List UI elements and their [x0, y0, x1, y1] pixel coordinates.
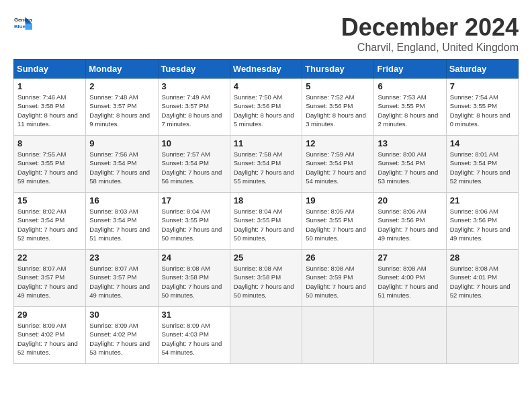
day-info: Sunrise: 8:07 AMSunset: 3:57 PMDaylight:… — [89, 264, 154, 300]
day-info: Sunrise: 8:03 AMSunset: 3:54 PMDaylight:… — [89, 207, 154, 242]
svg-text:Blue: Blue — [14, 24, 26, 30]
calendar-day-cell: 13Sunrise: 8:00 AMSunset: 3:54 PMDayligh… — [374, 136, 446, 193]
day-number: 2 — [89, 81, 154, 91]
calendar-day-cell: 24Sunrise: 8:08 AMSunset: 3:58 PMDayligh… — [158, 250, 230, 307]
weekday-header-saturday: Saturday — [446, 60, 518, 79]
day-info: Sunrise: 8:02 AMSunset: 3:54 PMDaylight:… — [17, 207, 82, 242]
calendar-week-row: 29Sunrise: 8:09 AMSunset: 4:02 PMDayligh… — [14, 307, 519, 364]
weekday-header-monday: Monday — [86, 60, 158, 79]
calendar-day-cell: 18Sunrise: 8:04 AMSunset: 3:55 PMDayligh… — [230, 193, 302, 250]
calendar-day-cell: 27Sunrise: 8:08 AMSunset: 4:00 PMDayligh… — [374, 250, 446, 307]
day-number: 23 — [89, 253, 154, 263]
day-info: Sunrise: 7:49 AMSunset: 3:57 PMDaylight:… — [162, 93, 226, 128]
day-info: Sunrise: 8:08 AMSunset: 4:01 PMDaylight:… — [450, 264, 515, 300]
day-number: 4 — [234, 81, 298, 91]
day-info: Sunrise: 8:06 AMSunset: 3:56 PMDaylight:… — [450, 207, 515, 242]
day-number: 22 — [17, 253, 82, 263]
day-number: 21 — [450, 195, 515, 205]
day-number: 30 — [89, 310, 154, 320]
calendar-day-cell: 20Sunrise: 8:06 AMSunset: 3:56 PMDayligh… — [374, 193, 446, 250]
day-number: 10 — [162, 138, 226, 148]
day-number: 7 — [450, 81, 515, 91]
day-number: 26 — [306, 253, 370, 263]
day-number: 18 — [234, 195, 298, 205]
calendar-day-cell: 6Sunrise: 7:53 AMSunset: 3:55 PMDaylight… — [374, 79, 446, 136]
weekday-header-wednesday: Wednesday — [230, 60, 302, 79]
calendar-day-cell: 21Sunrise: 8:06 AMSunset: 3:56 PMDayligh… — [446, 193, 518, 250]
calendar-day-cell — [374, 307, 446, 364]
calendar-day-cell: 17Sunrise: 8:04 AMSunset: 3:55 PMDayligh… — [158, 193, 230, 250]
calendar-day-cell: 14Sunrise: 8:01 AMSunset: 3:54 PMDayligh… — [446, 136, 518, 193]
calendar-week-row: 8Sunrise: 7:55 AMSunset: 3:55 PMDaylight… — [14, 136, 519, 193]
day-number: 13 — [378, 138, 442, 148]
day-info: Sunrise: 8:06 AMSunset: 3:56 PMDaylight:… — [378, 207, 442, 242]
calendar-day-cell: 8Sunrise: 7:55 AMSunset: 3:55 PMDaylight… — [14, 136, 86, 193]
day-number: 14 — [450, 138, 515, 148]
calendar-day-cell: 30Sunrise: 8:09 AMSunset: 4:02 PMDayligh… — [86, 307, 158, 364]
day-info: Sunrise: 8:05 AMSunset: 3:55 PMDaylight:… — [306, 207, 370, 242]
day-number: 5 — [306, 81, 370, 91]
day-info: Sunrise: 7:59 AMSunset: 3:54 PMDaylight:… — [306, 150, 370, 185]
calendar-table: SundayMondayTuesdayWednesdayThursdayFrid… — [13, 59, 519, 364]
day-number: 27 — [378, 253, 442, 263]
day-info: Sunrise: 7:52 AMSunset: 3:56 PMDaylight:… — [306, 93, 370, 128]
day-number: 16 — [89, 195, 154, 205]
calendar-day-cell: 10Sunrise: 7:57 AMSunset: 3:54 PMDayligh… — [158, 136, 230, 193]
day-number: 31 — [162, 310, 226, 320]
day-number: 11 — [234, 138, 298, 148]
day-info: Sunrise: 7:58 AMSunset: 3:54 PMDaylight:… — [234, 150, 298, 185]
day-number: 17 — [162, 195, 226, 205]
day-info: Sunrise: 7:54 AMSunset: 3:55 PMDaylight:… — [450, 93, 515, 128]
day-info: Sunrise: 8:08 AMSunset: 3:59 PMDaylight:… — [306, 264, 370, 300]
day-number: 29 — [17, 310, 82, 320]
calendar-day-cell: 16Sunrise: 8:03 AMSunset: 3:54 PMDayligh… — [86, 193, 158, 250]
calendar-day-cell: 1Sunrise: 7:46 AMSunset: 3:58 PMDaylight… — [14, 79, 86, 136]
calendar-day-cell — [302, 307, 374, 364]
calendar-day-cell: 23Sunrise: 8:07 AMSunset: 3:57 PMDayligh… — [86, 250, 158, 307]
calendar-day-cell: 11Sunrise: 7:58 AMSunset: 3:54 PMDayligh… — [230, 136, 302, 193]
logo: General Blue — [13, 13, 35, 32]
day-info: Sunrise: 8:09 AMSunset: 4:02 PMDaylight:… — [89, 321, 154, 357]
calendar-week-row: 1Sunrise: 7:46 AMSunset: 3:58 PMDaylight… — [14, 79, 519, 136]
day-info: Sunrise: 7:57 AMSunset: 3:54 PMDaylight:… — [162, 150, 226, 185]
calendar-day-cell: 3Sunrise: 7:49 AMSunset: 3:57 PMDaylight… — [158, 79, 230, 136]
logo-icon: General Blue — [13, 13, 32, 32]
calendar-day-cell: 31Sunrise: 8:09 AMSunset: 4:03 PMDayligh… — [158, 307, 230, 364]
calendar-week-row: 22Sunrise: 8:07 AMSunset: 3:57 PMDayligh… — [14, 250, 519, 307]
day-info: Sunrise: 7:53 AMSunset: 3:55 PMDaylight:… — [378, 93, 442, 128]
weekday-header-friday: Friday — [374, 60, 446, 79]
day-number: 15 — [17, 195, 82, 205]
weekday-header-row: SundayMondayTuesdayWednesdayThursdayFrid… — [14, 60, 519, 79]
title-block: December 2024 Charvil, England, United K… — [341, 13, 519, 54]
day-info: Sunrise: 8:08 AMSunset: 3:58 PMDaylight:… — [234, 264, 298, 300]
weekday-header-sunday: Sunday — [14, 60, 86, 79]
calendar-week-row: 15Sunrise: 8:02 AMSunset: 3:54 PMDayligh… — [14, 193, 519, 250]
day-number: 28 — [450, 253, 515, 263]
day-number: 20 — [378, 195, 442, 205]
day-info: Sunrise: 8:04 AMSunset: 3:55 PMDaylight:… — [162, 207, 226, 242]
location-title: Charvil, England, United Kingdom — [341, 42, 519, 54]
day-info: Sunrise: 7:50 AMSunset: 3:56 PMDaylight:… — [234, 93, 298, 128]
day-info: Sunrise: 8:08 AMSunset: 4:00 PMDaylight:… — [378, 264, 442, 300]
day-info: Sunrise: 8:08 AMSunset: 3:58 PMDaylight:… — [162, 264, 226, 300]
day-info: Sunrise: 8:00 AMSunset: 3:54 PMDaylight:… — [378, 150, 442, 185]
svg-marker-2 — [26, 24, 33, 30]
calendar-day-cell: 5Sunrise: 7:52 AMSunset: 3:56 PMDaylight… — [302, 79, 374, 136]
calendar-day-cell: 7Sunrise: 7:54 AMSunset: 3:55 PMDaylight… — [446, 79, 518, 136]
day-number: 1 — [17, 81, 82, 91]
day-number: 25 — [234, 253, 298, 263]
calendar-day-cell: 25Sunrise: 8:08 AMSunset: 3:58 PMDayligh… — [230, 250, 302, 307]
day-info: Sunrise: 7:48 AMSunset: 3:57 PMDaylight:… — [89, 93, 154, 128]
day-info: Sunrise: 7:46 AMSunset: 3:58 PMDaylight:… — [17, 93, 82, 128]
svg-text:General: General — [14, 17, 32, 23]
calendar-day-cell: 26Sunrise: 8:08 AMSunset: 3:59 PMDayligh… — [302, 250, 374, 307]
calendar-day-cell: 2Sunrise: 7:48 AMSunset: 3:57 PMDaylight… — [86, 79, 158, 136]
day-info: Sunrise: 8:01 AMSunset: 3:54 PMDaylight:… — [450, 150, 515, 185]
day-number: 6 — [378, 81, 442, 91]
calendar-day-cell: 15Sunrise: 8:02 AMSunset: 3:54 PMDayligh… — [14, 193, 86, 250]
day-number: 12 — [306, 138, 370, 148]
day-number: 8 — [17, 138, 82, 148]
day-info: Sunrise: 8:07 AMSunset: 3:57 PMDaylight:… — [17, 264, 82, 300]
calendar-day-cell: 28Sunrise: 8:08 AMSunset: 4:01 PMDayligh… — [446, 250, 518, 307]
calendar-day-cell: 9Sunrise: 7:56 AMSunset: 3:54 PMDaylight… — [86, 136, 158, 193]
